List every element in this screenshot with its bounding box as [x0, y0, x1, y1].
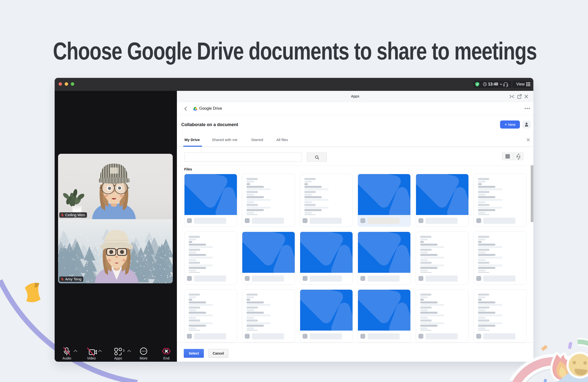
svg-text:Z: Z: [519, 155, 520, 159]
svg-text:3: 3: [123, 349, 125, 352]
svg-text:A: A: [516, 155, 518, 158]
